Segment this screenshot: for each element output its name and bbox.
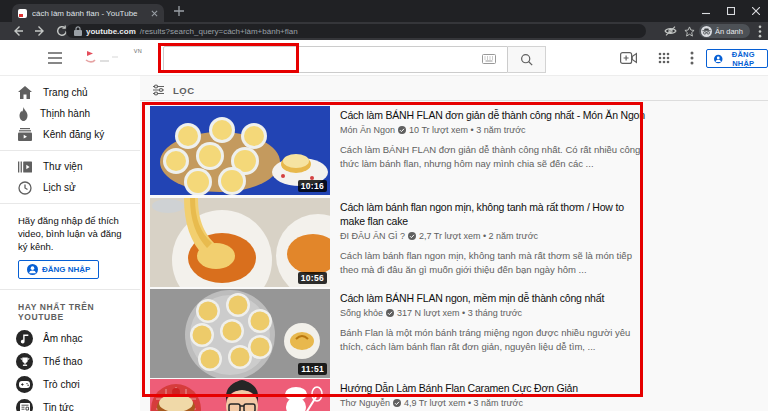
video-title[interactable]: Cách làm BÁNH FLAN ngon, mềm mịn dễ thàn… (340, 291, 645, 305)
video-title[interactable]: Cách làm BÁNH FLAN đơn giản dễ thành côn… (340, 108, 645, 122)
channel-name[interactable]: Thơ Nguyễn (340, 398, 390, 408)
incognito-label: Ẩn danh (715, 27, 743, 36)
music-icon (20, 334, 29, 344)
sidebar-item-home[interactable]: Trang chủ (0, 82, 140, 103)
home-icon (18, 86, 32, 99)
sidebar-item-subscriptions[interactable]: Kênh đăng ký (0, 124, 140, 145)
url-path: /results?search_query=cách+làm+bánh+flan (140, 27, 298, 36)
sidebar-signin-button[interactable]: ĐĂNG NHẬP (18, 260, 99, 279)
search-result-row: 11:51 Cách làm BÁNH FLAN ngon, mềm mịn d… (150, 289, 650, 378)
tab-close-icon[interactable] (151, 10, 158, 17)
verified-badge-icon (393, 399, 401, 407)
window-controls (702, 0, 760, 22)
video-thumbnail[interactable]: 10:16 (150, 106, 330, 195)
youtube-menu-icon[interactable] (690, 51, 694, 65)
browser-tab[interactable]: cách làm bánh flan - YouTube (12, 4, 164, 22)
sidebar-item-label: Kênh đăng ký (43, 129, 104, 140)
lock-icon (74, 26, 82, 36)
video-thumbnail[interactable] (150, 379, 330, 411)
sidebar-item-sports[interactable]: Thể thao (0, 350, 140, 373)
thumbnail-caramen-pink (150, 379, 330, 411)
keyboard-icon[interactable] (482, 54, 496, 64)
search-result-row: 10:56 Cách làm bánh flan ngon mịn, không… (150, 198, 650, 287)
filter-label: LỌC (173, 85, 195, 96)
best-of-header: HAY NHẤT TRÊN YOUTUBE (18, 302, 140, 322)
video-info: Cách làm bánh flan ngon mịn, không tanh … (340, 198, 645, 287)
search-input[interactable] (163, 46, 508, 73)
sidebar-item-library[interactable]: Thư viện (0, 156, 140, 177)
sidebar-item-news[interactable]: Tin tức (0, 396, 140, 411)
sidebar-item-music[interactable]: Âm nhạc (0, 327, 140, 350)
verified-badge-icon (398, 126, 406, 134)
maximize-icon[interactable] (727, 7, 735, 15)
subscriptions-icon (18, 128, 32, 141)
duration-badge: 10:56 (298, 272, 327, 284)
library-icon (18, 161, 32, 173)
sidebar-item-label: Thư viện (43, 161, 83, 172)
hamburger-menu-icon[interactable] (48, 52, 62, 64)
sidebar-item-label: Trò chơi (43, 379, 80, 390)
sidebar-item-label: Trang chủ (43, 87, 88, 98)
address-bar[interactable]: youtube.com/results?search_query=cách+là… (66, 24, 646, 38)
trophy-icon (20, 357, 30, 367)
search-button[interactable] (508, 46, 546, 73)
signin-button[interactable]: ĐĂNG NHẬP (706, 49, 768, 68)
create-video-icon[interactable] (620, 52, 637, 64)
incognito-badge: Ẩn danh (699, 24, 750, 38)
signin-prompt: Hãy đăng nhập để thích video, bình luận … (18, 214, 122, 253)
chrome-menu-icon[interactable] (758, 25, 762, 38)
url-host: youtube.com (86, 27, 136, 36)
filter-button[interactable]: LỌC (152, 84, 195, 96)
search-icon (520, 53, 533, 66)
forward-icon[interactable] (34, 25, 46, 37)
video-title[interactable]: Cách làm bánh flan ngon mịn, không tanh … (340, 200, 645, 228)
close-icon[interactable] (752, 7, 760, 15)
video-meta: 317 N lượt xem • 3 tháng trước (397, 308, 522, 318)
new-tab-button[interactable] (174, 6, 184, 16)
video-info: Cách làm BÁNH FLAN ngon, mềm mịn dễ thàn… (340, 289, 645, 378)
video-title[interactable]: Hướng Dẫn Làm Bánh Flan Caramen Cực Đơn … (340, 381, 645, 395)
incognito-icon (701, 26, 712, 37)
gamepad-icon (19, 381, 30, 388)
video-description: Cách làm BÁNH FLAN đơn giản dễ thành côn… (340, 143, 645, 171)
channel-name[interactable]: Sống khỏe (340, 308, 383, 318)
minimize-icon[interactable] (702, 7, 710, 15)
duration-badge: 10:16 (298, 180, 327, 192)
sidebar-item-trending[interactable]: Thịnh hành (0, 103, 140, 124)
person-icon (27, 264, 38, 275)
flame-icon (18, 107, 29, 121)
history-icon (18, 181, 32, 195)
sidebar-item-label: Lịch sử (43, 182, 76, 193)
apps-grid-icon[interactable] (658, 52, 670, 64)
signin-label: ĐĂNG NHẬP (42, 265, 90, 274)
video-description: Cách làm bánh flan ngon mịn, không tanh … (340, 249, 645, 277)
sidebar-item-label: Âm nhạc (43, 333, 82, 344)
person-icon (714, 53, 723, 65)
channel-name[interactable]: ĐI ĐÂU ĂN GÌ ? (340, 231, 405, 241)
eye-off-icon[interactable] (664, 26, 677, 36)
video-meta: 4,9 Tr lượt xem • 3 năm trước (404, 398, 523, 408)
filter-icon (152, 84, 165, 96)
bookmark-star-icon[interactable] (684, 26, 695, 37)
search-result-row: Hướng Dẫn Làm Bánh Flan Caramen Cực Đơn … (150, 379, 650, 411)
sidebar-item-history[interactable]: Lịch sử (0, 177, 140, 198)
sidebar-item-gaming[interactable]: Trò chơi (0, 373, 140, 396)
video-thumbnail[interactable]: 10:56 (150, 198, 330, 287)
results-divider (140, 100, 768, 101)
sidebar: Trang chủ Thịnh hành Kênh đăng ký Thư vi… (0, 76, 140, 411)
video-meta: 2,7 Tr lượt xem • 2 năm trước (419, 231, 538, 241)
duration-badge: 11:51 (298, 363, 327, 375)
news-icon (20, 403, 30, 411)
tab-title: cách làm bánh flan - YouTube (32, 9, 146, 18)
sidebar-divider (0, 203, 140, 204)
back-icon[interactable] (12, 25, 24, 37)
video-info: Hướng Dẫn Làm Bánh Flan Caramen Cực Đơn … (340, 379, 645, 411)
channel-name[interactable]: Món Ăn Ngon (340, 125, 395, 135)
sidebar-item-label: Thể thao (43, 356, 82, 367)
tab-bar: cách làm bánh flan - YouTube (0, 0, 768, 22)
search-result-row: 10:16 Cách làm BÁNH FLAN đơn giản dễ thà… (150, 106, 650, 195)
video-thumbnail[interactable]: 11:51 (150, 289, 330, 378)
youtube-favicon-icon (18, 9, 27, 18)
youtube-logo-redacted[interactable]: VN (84, 48, 136, 68)
logo-smudge-icon (84, 48, 130, 66)
